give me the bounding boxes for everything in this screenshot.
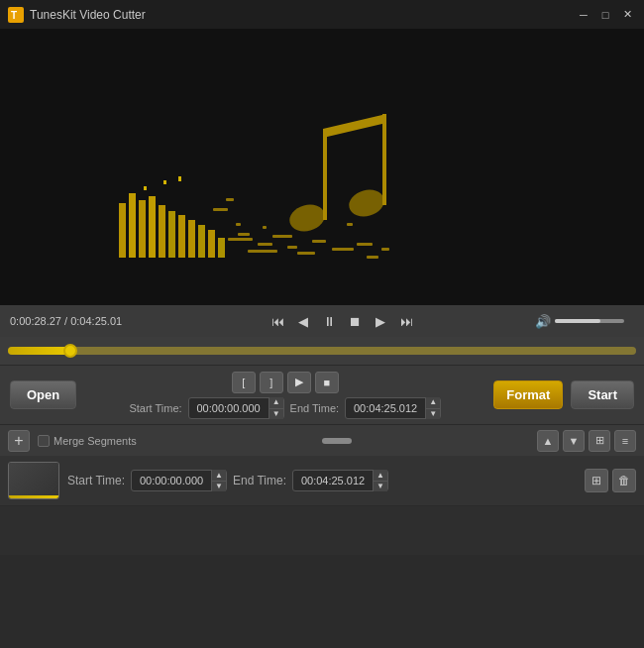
segment-progress-bar (9, 495, 58, 498)
segment-edit-button[interactable]: ⊞ (585, 469, 608, 492)
seg-start-spinners: ▲ ▼ (211, 470, 226, 491)
stop-segment-button[interactable]: ■ (315, 372, 339, 393)
svg-rect-16 (198, 225, 205, 258)
merge-label: Merge Segments (54, 435, 137, 447)
seg-end-spinners: ▲ ▼ (373, 470, 387, 491)
svg-rect-25 (238, 233, 250, 236)
svg-rect-10 (139, 200, 146, 258)
start-time-up[interactable]: ▲ (269, 397, 283, 408)
maximize-button[interactable]: □ (596, 7, 614, 23)
format-button[interactable]: Format (493, 380, 563, 409)
end-time-label: End Time: (290, 402, 340, 414)
scrubber-track[interactable] (8, 347, 636, 355)
add-segment-button[interactable]: + (8, 430, 30, 452)
skip-back-button[interactable]: ⏮ (267, 310, 288, 332)
volume-icon: 🔊 (535, 314, 551, 329)
svg-rect-21 (178, 176, 181, 181)
svg-rect-15 (188, 220, 195, 258)
step-back-button[interactable]: ◀ (292, 310, 314, 332)
seg-start-input-group: ▲ ▼ (131, 470, 227, 491)
edit-controls: [ ] ▶ ■ Start Time: ▲ ▼ End Time: ▲ ▼ (84, 372, 485, 419)
svg-rect-17 (208, 230, 215, 258)
seg-start-up[interactable]: ▲ (212, 470, 226, 481)
playback-controls-bar: 0:00:28.27 / 0:04:25.01 ⏮ ◀ ⏸ ⏹ ▶ ⏭ 🔊 (0, 305, 644, 337)
video-player (0, 30, 644, 305)
play-segment-button[interactable]: ▶ (287, 372, 311, 393)
title-bar: T TunesKit Video Cutter ─ □ ✕ (0, 0, 644, 30)
segments-list: Start Time: ▲ ▼ End Time: ▲ ▼ (0, 456, 644, 555)
start-time-down[interactable]: ▼ (269, 408, 283, 419)
segment-thumbnail (8, 462, 59, 499)
scrubber-fill (8, 347, 70, 355)
app-title: TunesKit Video Cutter (30, 8, 569, 22)
segment-delete-button[interactable]: 🗑 (612, 469, 636, 492)
start-time-spinners: ▲ ▼ (268, 397, 283, 419)
segment-thumb-image (9, 463, 58, 498)
timeline-section (0, 337, 644, 365)
seg-end-label: End Time: (233, 474, 286, 487)
merge-checkbox-group: Merge Segments (38, 435, 137, 447)
end-time-spinners: ▲ ▼ (425, 397, 440, 419)
mark-out-button[interactable]: ] (260, 372, 283, 393)
svg-rect-33 (381, 248, 389, 251)
current-time: 0:00:28.27 (10, 315, 61, 327)
screen-view-button[interactable]: ⊞ (589, 430, 610, 452)
list-view-button[interactable]: ≡ (614, 430, 636, 452)
end-time-input[interactable] (346, 398, 425, 418)
move-down-button[interactable]: ▼ (563, 430, 585, 452)
segment-row: Start Time: ▲ ▼ End Time: ▲ ▼ (0, 456, 644, 506)
move-up-button[interactable]: ▲ (537, 430, 559, 452)
svg-rect-29 (312, 240, 326, 243)
play-button[interactable]: ▶ (370, 310, 391, 332)
seg-end-input[interactable] (293, 471, 373, 490)
media-controls: ⏮ ◀ ⏸ ⏹ ▶ ⏭ (155, 310, 529, 332)
svg-rect-24 (248, 250, 277, 253)
time-controls-row: Start Time: ▲ ▼ End Time: ▲ ▼ (129, 397, 441, 419)
svg-rect-27 (287, 246, 297, 249)
svg-rect-14 (178, 215, 185, 258)
svg-rect-38 (226, 198, 234, 201)
svg-rect-34 (236, 223, 241, 226)
start-time-input-group: ▲ ▼ (188, 397, 284, 419)
open-button[interactable]: Open (10, 380, 76, 409)
minimize-button[interactable]: ─ (575, 7, 592, 23)
svg-rect-19 (144, 186, 147, 190)
volume-slider[interactable] (555, 319, 624, 323)
pause-button[interactable]: ⏸ (318, 310, 340, 332)
stop-button[interactable]: ⏹ (344, 310, 366, 332)
seg-start-down[interactable]: ▼ (212, 481, 226, 491)
svg-rect-37 (213, 208, 228, 211)
svg-rect-6 (382, 114, 386, 205)
svg-rect-2 (0, 30, 644, 305)
end-time-down[interactable]: ▼ (426, 408, 440, 419)
video-visualization (0, 30, 644, 305)
svg-text:T: T (11, 10, 17, 21)
seg-end-down[interactable]: ▼ (374, 481, 387, 491)
svg-rect-9 (129, 193, 136, 258)
edit-buttons-row: [ ] ▶ ■ (232, 372, 339, 393)
svg-rect-11 (149, 196, 156, 258)
mark-in-button[interactable]: [ (232, 372, 256, 393)
start-time-input[interactable] (189, 398, 268, 418)
svg-rect-35 (263, 226, 267, 229)
svg-rect-12 (159, 205, 165, 258)
segment-time-controls: Start Time: ▲ ▼ End Time: ▲ ▼ (67, 470, 577, 491)
svg-rect-8 (119, 203, 126, 258)
segment-action-buttons: ⊞ 🗑 (585, 469, 636, 492)
seg-end-up[interactable]: ▲ (374, 470, 387, 481)
svg-rect-23 (258, 243, 272, 246)
svg-rect-26 (272, 235, 292, 238)
seg-start-label: Start Time: (67, 474, 125, 487)
end-time-up[interactable]: ▲ (426, 397, 440, 408)
seg-start-input[interactable] (132, 471, 211, 490)
skip-forward-button[interactable]: ⏭ (395, 310, 417, 332)
scrubber-thumb[interactable] (63, 344, 77, 358)
close-button[interactable]: ✕ (618, 7, 636, 23)
volume-fill (555, 319, 600, 323)
time-separator: / (61, 315, 70, 327)
start-time-label: Start Time: (129, 402, 181, 414)
merge-checkbox[interactable] (38, 435, 50, 447)
start-button[interactable]: Start (571, 380, 634, 409)
total-time: 0:04:25.01 (70, 315, 122, 327)
drag-handle (322, 438, 352, 444)
